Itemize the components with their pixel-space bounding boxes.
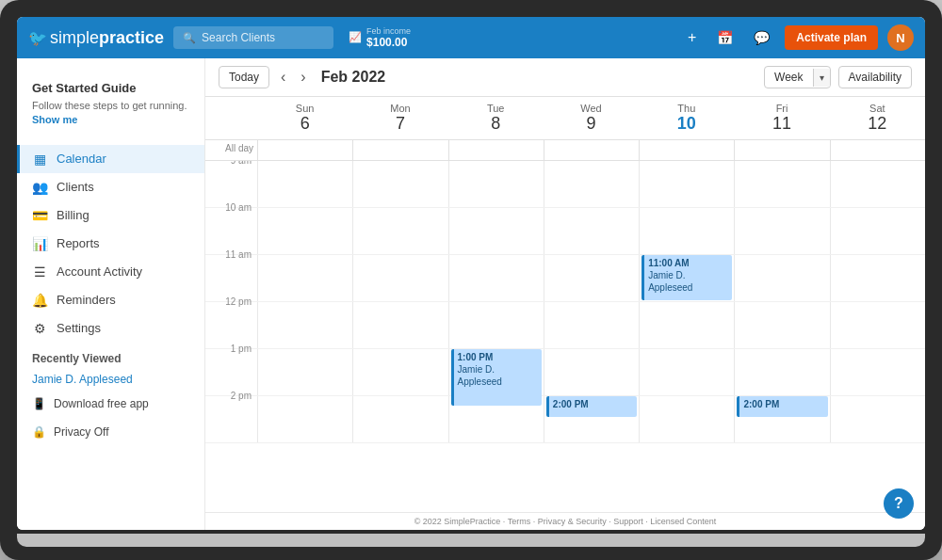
time-cell-wed-11am[interactable] (544, 255, 639, 301)
time-cell-fri-11am[interactable] (734, 255, 829, 301)
week-selector[interactable]: Week ▾ (764, 66, 830, 88)
settings-icon: ⚙ (32, 321, 47, 336)
sidebar-item-calendar[interactable]: ▦ Calendar (17, 145, 204, 173)
phone-icon: 📱 (32, 397, 46, 410)
download-app-item[interactable]: 📱 Download free app (17, 390, 204, 418)
sidebar-item-reminders[interactable]: 🔔 Reminders (17, 286, 204, 314)
time-cell-sun-1pm[interactable] (257, 349, 352, 395)
add-button[interactable]: + (682, 25, 702, 50)
time-cell-mon-9am[interactable] (352, 161, 447, 207)
time-cell-sun-9am[interactable] (257, 161, 352, 207)
laptop-base (17, 534, 925, 547)
cal-grid: Sun 6 Mon 7 Tue 8 (205, 97, 925, 512)
time-cell-tue-9am[interactable] (448, 161, 544, 207)
event-block-tue-1pm[interactable]: 1:00 PM Jamie D. Appleseed (451, 349, 542, 406)
sidebar-item-settings[interactable]: ⚙ Settings (17, 314, 204, 343)
recently-viewed-link[interactable]: Jamie D. Appleseed (17, 369, 204, 390)
time-cell-sat-2pm[interactable] (830, 396, 925, 442)
all-day-cell-sun[interactable] (257, 140, 352, 160)
time-cell-fri-12pm[interactable] (734, 302, 829, 348)
sidebar-item-account-activity[interactable]: ☰ Account Activity (17, 258, 204, 286)
sidebar-item-clients[interactable]: 👥 Clients (17, 173, 204, 201)
prev-week-button[interactable]: ‹ (277, 67, 289, 88)
search-placeholder-text: Search Clients (202, 31, 275, 44)
time-cell-thu-10am[interactable] (639, 208, 734, 254)
next-week-button[interactable]: › (297, 67, 309, 88)
all-day-cell-fri[interactable] (734, 140, 829, 160)
time-cell-sat-1pm[interactable] (830, 349, 925, 395)
all-day-cell-sat[interactable] (830, 140, 925, 160)
time-cell-mon-10am[interactable] (352, 208, 447, 254)
sidebar-item-reports[interactable]: 📊 Reports (17, 230, 204, 258)
time-cell-sat-12pm[interactable] (830, 302, 925, 348)
calendar-area: Today ‹ › Feb 2022 Week ▾ Availability (205, 58, 925, 530)
time-cell-wed-10am[interactable] (544, 208, 639, 254)
cal-toolbar: Today ‹ › Feb 2022 Week ▾ Availability (205, 58, 925, 97)
help-button[interactable]: ? (884, 488, 914, 519)
time-cell-mon-12pm[interactable] (352, 302, 447, 348)
time-cell-tue-12pm[interactable] (448, 302, 544, 348)
time-cell-fri-1pm[interactable] (734, 349, 829, 395)
logo-text: simplepractice (50, 28, 164, 48)
sidebar-item-settings-label: Settings (57, 321, 101, 335)
time-cell-sat-11am[interactable] (830, 255, 925, 301)
time-cell-thu-11am[interactable]: 11:00 AM Jamie D. Appleseed (639, 255, 734, 301)
time-cell-wed-1pm[interactable] (544, 349, 639, 395)
cal-header-sat: Sat 12 (830, 97, 925, 139)
time-cell-tue-11am[interactable] (448, 255, 544, 301)
availability-button[interactable]: Availability (838, 66, 912, 88)
calendar-icon-btn[interactable]: 📅 (711, 26, 739, 49)
time-cell-sun-2pm[interactable] (257, 396, 352, 442)
time-cell-wed-12pm[interactable] (544, 302, 639, 348)
trend-icon: 📈 (349, 31, 362, 43)
account-activity-icon: ☰ (32, 264, 47, 280)
search-box[interactable]: 🔍 Search Clients (173, 26, 333, 49)
sidebar-item-billing[interactable]: 💳 Billing (17, 201, 204, 230)
all-day-label: All day (205, 140, 257, 160)
time-cell-thu-1pm[interactable] (639, 349, 734, 395)
time-cell-fri-9am[interactable] (734, 161, 829, 207)
chat-icon-btn[interactable]: 💬 (748, 26, 775, 49)
search-icon: 🔍 (183, 32, 196, 44)
time-label-10am: 10 am (205, 200, 257, 254)
clients-icon: 👥 (32, 180, 47, 195)
time-cell-sat-9am[interactable] (830, 161, 925, 207)
day-label-thu: Thu (677, 103, 695, 114)
time-cell-sun-10am[interactable] (257, 208, 352, 254)
time-cell-mon-1pm[interactable] (352, 349, 447, 395)
time-cell-thu-12pm[interactable] (639, 302, 734, 348)
time-cell-wed-9am[interactable] (544, 161, 639, 207)
event-block-wed-2pm[interactable]: 2:00 PM (546, 396, 637, 417)
today-button[interactable]: Today (219, 66, 269, 88)
user-avatar[interactable]: N (887, 24, 914, 51)
event-time-fri-2pm: 2:00 PM (743, 398, 823, 410)
time-header-spacer (205, 97, 257, 139)
time-cell-sun-11am[interactable] (257, 255, 352, 301)
time-cell-mon-11am[interactable] (352, 255, 447, 301)
time-cell-thu-9am[interactable] (639, 161, 734, 207)
calendar-container: Today ‹ › Feb 2022 Week ▾ Availability (205, 58, 925, 530)
show-me-link[interactable]: Show me (32, 114, 77, 125)
all-day-cell-thu[interactable] (639, 140, 734, 160)
event-block-fri-2pm[interactable]: 2:00 PM (737, 396, 827, 417)
time-cell-fri-10am[interactable] (734, 208, 829, 254)
time-cell-sat-10am[interactable] (830, 208, 925, 254)
time-cell-fri-2pm[interactable]: 2:00 PM (734, 396, 829, 442)
cal-header-mon: Mon 7 (352, 97, 447, 139)
cal-header-row: Sun 6 Mon 7 Tue 8 (205, 97, 925, 140)
time-cell-tue-10am[interactable] (448, 208, 544, 254)
time-cell-wed-2pm[interactable]: 2:00 PM (544, 396, 639, 442)
all-day-cell-wed[interactable] (544, 140, 639, 160)
lock-icon: 🔒 (32, 425, 46, 439)
time-cell-mon-2pm[interactable] (352, 396, 447, 442)
all-day-cell-mon[interactable] (352, 140, 447, 160)
privacy-off-item[interactable]: 🔒 Privacy Off (17, 418, 204, 446)
time-cell-thu-2pm[interactable] (639, 396, 734, 442)
week-selector-arrow-icon[interactable]: ▾ (813, 69, 830, 87)
event-block-thu-11am[interactable]: 11:00 AM Jamie D. Appleseed (642, 255, 732, 300)
time-cell-tue-1pm[interactable]: 1:00 PM Jamie D. Appleseed (448, 349, 544, 395)
time-cell-sun-12pm[interactable] (257, 302, 352, 348)
all-day-cell-tue[interactable] (448, 140, 544, 160)
get-started-title: Get Started Guide (32, 81, 189, 95)
activate-plan-button[interactable]: Activate plan (785, 25, 878, 50)
